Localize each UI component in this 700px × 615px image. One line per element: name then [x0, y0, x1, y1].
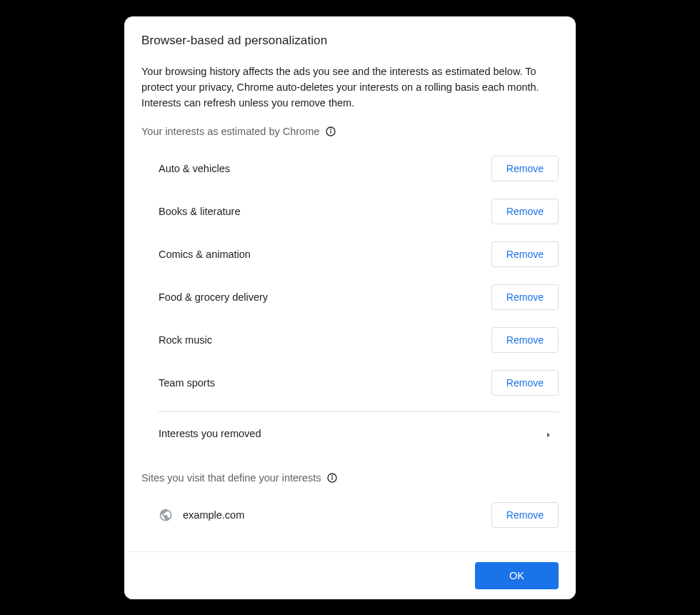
svg-point-2 — [331, 129, 331, 130]
site-left: example.com — [159, 508, 244, 522]
interest-name: Comics & animation — [159, 249, 251, 260]
info-icon[interactable] — [326, 472, 338, 484]
svg-point-5 — [332, 476, 333, 476]
remove-button[interactable]: Remove — [491, 156, 559, 181]
interest-row: Rock music Remove — [159, 319, 559, 361]
interests-label: Your interests as estimated by Chrome — [141, 126, 319, 137]
interests-you-removed-row[interactable]: Interests you removed — [159, 412, 559, 455]
interest-name: Rock music — [159, 334, 212, 346]
remove-button[interactable]: Remove — [491, 370, 559, 396]
globe-icon — [159, 508, 173, 522]
dialog-body: Browser-based ad personalization Your br… — [124, 16, 576, 551]
sites-label: Sites you visit that define your interes… — [141, 472, 321, 484]
interest-row: Team sports Remove — [159, 361, 559, 404]
dialog-description: Your browsing history affects the ads yo… — [141, 64, 559, 111]
sites-section-header: Sites you visit that define your interes… — [141, 472, 559, 484]
interest-row: Auto & vehicles Remove — [159, 147, 559, 190]
sites-section: Sites you visit that define your interes… — [141, 472, 559, 536]
info-icon[interactable] — [325, 126, 336, 137]
remove-button[interactable]: Remove — [491, 502, 559, 528]
remove-button[interactable]: Remove — [491, 284, 559, 310]
remove-button[interactable]: Remove — [491, 241, 559, 267]
interests-section-header: Your interests as estimated by Chrome — [141, 126, 559, 137]
interest-row: Books & literature Remove — [159, 190, 559, 233]
site-name: example.com — [183, 509, 244, 521]
interest-name: Team sports — [159, 377, 215, 389]
remove-button[interactable]: Remove — [491, 199, 559, 224]
ok-button[interactable]: OK — [475, 562, 559, 589]
interest-name: Food & grocery delivery — [159, 291, 268, 303]
removed-label: Interests you removed — [159, 428, 261, 439]
dialog-title: Browser-based ad personalization — [141, 34, 559, 48]
chevron-right-icon — [544, 429, 553, 438]
remove-button[interactable]: Remove — [491, 327, 559, 353]
interest-row: Food & grocery delivery Remove — [159, 276, 559, 319]
dialog-footer: OK — [124, 551, 576, 599]
interest-list: Auto & vehicles Remove Books & literatur… — [141, 147, 559, 455]
ad-personalization-dialog: Browser-based ad personalization Your br… — [124, 16, 576, 599]
interest-name: Books & literature — [159, 206, 240, 217]
interest-row: Comics & animation Remove — [159, 233, 559, 276]
interest-name: Auto & vehicles — [159, 163, 230, 174]
site-row: example.com Remove — [141, 494, 559, 536]
